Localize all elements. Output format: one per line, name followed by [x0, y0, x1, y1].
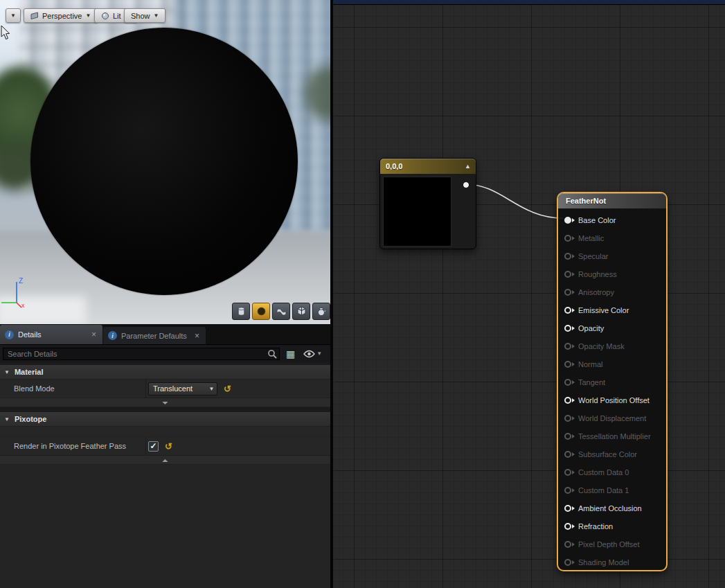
pin-icon[interactable] [564, 379, 571, 386]
reset-to-default-icon[interactable]: ↺ [165, 442, 172, 451]
tab-details[interactable]: i Details × [0, 325, 102, 344]
constant-node-header[interactable]: 0,0,0 ▲ [380, 159, 476, 174]
pin-icon[interactable] [564, 505, 571, 512]
material-input-pin[interactable]: Opacity Mask [558, 337, 666, 355]
preview-shape-plane-button[interactable] [272, 303, 290, 320]
chevron-down-icon: ▼ [206, 386, 217, 392]
lit-sphere-icon [101, 12, 109, 20]
pin-icon[interactable] [564, 397, 571, 404]
material-input-pin[interactable]: Custom Data 0 [558, 463, 666, 481]
pin-icon[interactable] [564, 361, 571, 368]
material-graph-canvas[interactable]: 0,0,0 ▲ FeatherNot Base Color Metallic [333, 0, 725, 588]
pin-icon[interactable] [564, 523, 571, 530]
category-material[interactable]: ▼ Material [0, 365, 330, 380]
close-icon[interactable]: × [193, 332, 201, 340]
pin-label: Tessellation Multiplier [578, 432, 651, 440]
tab-parameter-defaults-label: Parameter Defaults [121, 332, 189, 340]
preview-shape-cube-button[interactable] [292, 303, 310, 320]
constant-color-preview [383, 177, 451, 247]
chevron-down-icon: ▼ [10, 12, 16, 19]
material-advanced-expander[interactable]: ▼ [0, 398, 330, 407]
pin-icon[interactable] [564, 289, 571, 296]
material-input-pin[interactable]: Custom Data 1 [558, 481, 666, 499]
preview-viewport[interactable]: ▼ Perspective ▼ Lit ▼ Show ▼ [0, 0, 330, 324]
pin-icon[interactable] [564, 487, 571, 494]
pin-icon[interactable] [564, 451, 571, 458]
material-input-pin[interactable]: Normal [558, 355, 666, 373]
reset-to-default-icon[interactable]: ↺ [224, 384, 231, 393]
feather-pass-checkbox[interactable]: ✓ [148, 441, 159, 452]
tab-parameter-defaults[interactable]: i Parameter Defaults × [103, 327, 206, 344]
pin-icon[interactable] [564, 217, 571, 224]
details-empty-area [0, 465, 330, 588]
info-icon: i [108, 331, 117, 340]
material-input-pin[interactable]: Subsurface Color [558, 445, 666, 463]
pin-icon[interactable] [564, 343, 571, 350]
pin-label: Pixel Depth Offset [578, 540, 639, 549]
material-input-pin[interactable]: Refraction [558, 517, 666, 535]
search-details-input[interactable] [3, 348, 280, 360]
material-input-pin[interactable]: Specular [558, 247, 666, 265]
pin-label: Specular [578, 252, 608, 260]
chevron-down-icon: ▼ [161, 400, 170, 405]
material-input-pin[interactable]: Tangent [558, 373, 666, 391]
constant-output-pin[interactable] [463, 181, 469, 188]
material-input-pin[interactable]: World Displacement [558, 409, 666, 427]
material-input-pin[interactable]: Emissive Color [558, 301, 666, 319]
search-icon [267, 349, 277, 359]
material-node-header[interactable]: FeatherNot [558, 193, 666, 208]
preview-shape-sphere-button[interactable] [252, 303, 270, 320]
details-property-grid: ▼ Material Blend Mode Translucent ▼ ↺ ▼ … [0, 362, 330, 588]
pin-label: Opacity [578, 324, 604, 332]
material-input-pin[interactable]: Anisotropy [558, 283, 666, 301]
material-input-pin[interactable]: Base Color [558, 211, 666, 229]
show-button[interactable]: Show ▼ [124, 8, 165, 23]
pin-label: Custom Data 1 [578, 486, 629, 495]
material-input-pin[interactable]: Tessellation Multiplier [558, 427, 666, 445]
material-input-pin[interactable]: Shading Model [558, 553, 666, 571]
preview-shape-teapot-button[interactable] [312, 303, 330, 320]
pin-label: Shading Model [578, 558, 629, 567]
category-pixotope[interactable]: ▼ Pixotope [0, 412, 330, 427]
pin-icon[interactable] [564, 235, 571, 242]
grid-icon: ▦ [286, 349, 295, 359]
perspective-button[interactable]: Perspective ▼ [24, 8, 98, 23]
view-options-button[interactable]: ▼ [301, 347, 324, 361]
pin-icon[interactable] [564, 541, 571, 548]
material-input-pin[interactable]: Metallic [558, 229, 666, 247]
pixotope-advanced-expander[interactable]: ▲ [0, 456, 330, 465]
blend-mode-label: Blend Mode [0, 380, 146, 398]
pin-label: Base Color [578, 216, 616, 224]
plane-icon [276, 305, 287, 317]
pin-icon[interactable] [564, 469, 571, 476]
category-material-title: Material [15, 368, 44, 376]
constant-color-node[interactable]: 0,0,0 ▲ [379, 158, 476, 249]
material-input-pin[interactable]: World Position Offset [558, 391, 666, 409]
close-icon[interactable]: × [90, 330, 98, 339]
preview-shape-cylinder-button[interactable] [232, 303, 250, 320]
collapse-arrow-icon[interactable]: ▲ [465, 163, 476, 170]
eye-icon [303, 350, 315, 358]
spacer [0, 407, 330, 412]
material-input-pin[interactable]: Opacity [558, 319, 666, 337]
material-input-pin[interactable]: Roughness [558, 265, 666, 283]
blank-row [0, 427, 330, 437]
pin-label: Refraction [578, 522, 613, 531]
pin-icon[interactable] [564, 271, 571, 278]
pin-icon[interactable] [564, 433, 571, 440]
material-result-node[interactable]: FeatherNot Base Color Metallic Specular [557, 192, 668, 571]
pin-label: World Position Offset [578, 396, 650, 404]
viewport-options-dropdown[interactable]: ▼ [6, 8, 21, 23]
perspective-label: Perspective [42, 12, 82, 20]
pin-icon[interactable] [564, 307, 571, 314]
property-matrix-button[interactable]: ▦ [284, 347, 297, 361]
pin-icon[interactable] [564, 415, 571, 422]
pin-icon[interactable] [564, 325, 571, 332]
material-input-pin[interactable]: Pixel Depth Offset [558, 535, 666, 553]
blend-mode-dropdown[interactable]: Translucent ▼ [148, 382, 217, 395]
pin-icon[interactable] [564, 253, 571, 260]
pin-label: Emissive Color [578, 306, 629, 314]
material-input-pin[interactable]: Ambient Occlusion [558, 499, 666, 517]
pin-icon[interactable] [564, 559, 571, 566]
sphere-icon [256, 305, 267, 317]
